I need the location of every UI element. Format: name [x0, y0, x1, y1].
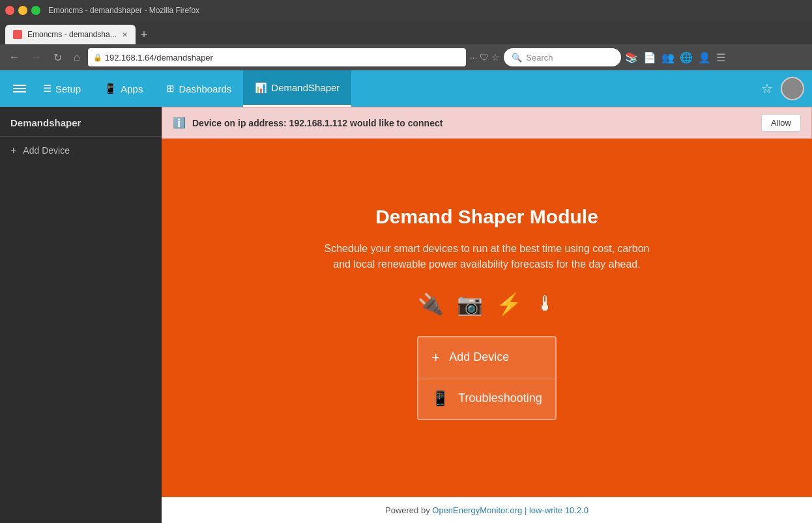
hero-icons: 🔌 📷 ⚡ 🌡 — [418, 292, 556, 317]
user-avatar[interactable] — [781, 77, 804, 100]
main-layout: Demandshaper + Add Device ℹ️ Device on i… — [0, 107, 812, 523]
setup-label: Setup — [55, 83, 81, 94]
security-icon: 🔒 — [93, 53, 102, 62]
url-text: 192.168.1.64/demandshaper — [105, 53, 213, 63]
search-placeholder: Search — [526, 53, 553, 63]
allow-button[interactable]: Allow — [761, 114, 801, 132]
powered-by-text: Powered by — [385, 505, 430, 515]
sidebar: Demandshaper + Add Device — [0, 107, 162, 523]
tab-favicon — [13, 30, 22, 39]
main-content: ℹ️ Device on ip address: 192.168.1.112 w… — [162, 107, 812, 523]
extensions-icon[interactable]: 📚 — [625, 51, 638, 64]
add-device-card-label: Add Device — [449, 350, 509, 364]
add-device-sidebar-item[interactable]: + Add Device — [0, 137, 162, 164]
thermometer-icon: 🌡 — [535, 292, 556, 316]
address-actions: ··· 🛡 ☆ — [470, 52, 500, 63]
alert-message-text: Device on ip address: 192.168.1.112 woul… — [192, 118, 442, 128]
new-tab-btn[interactable]: + — [136, 25, 153, 44]
active-tab[interactable]: Emoncms - demandsha... ✕ — [5, 25, 136, 44]
hero-title: Demand Shaper Module — [375, 206, 598, 228]
ev-charger-icon: ⚡ — [496, 292, 522, 317]
maximize-window-btn[interactable] — [31, 6, 40, 15]
alert-icon: ℹ️ — [173, 117, 186, 129]
dashboards-icon: ⊞ — [166, 83, 175, 94]
sidebar-title: Demandshaper — [0, 107, 162, 137]
demandshaper-label: DemandShaper — [271, 82, 340, 93]
back-btn[interactable]: ← — [5, 50, 23, 64]
alert-banner: ℹ️ Device on ip address: 192.168.1.112 w… — [162, 107, 812, 139]
footer-link[interactable]: OpenEnergyMonitor.org | low-write 10.2.0 — [432, 505, 588, 515]
nav-right: ☆ — [761, 77, 804, 100]
title-bar: Emoncms - demandshaper - Mozilla Firefox — [0, 0, 812, 21]
home-btn[interactable]: ⌂ — [70, 50, 84, 64]
dashboards-label: Dashboards — [179, 83, 231, 94]
page-wrapper: Emoncms - demandshaper - Mozilla Firefox… — [0, 0, 812, 523]
setup-icon: ☰ — [43, 83, 51, 94]
sync-icon[interactable]: 👥 — [661, 51, 674, 64]
search-box[interactable]: 🔍 Search — [504, 48, 621, 66]
alert-message: Device on ip address: 192.168.1.112 woul… — [192, 118, 755, 128]
window-controls — [5, 6, 40, 15]
favorite-btn[interactable]: ☆ — [761, 81, 773, 96]
address-input[interactable]: 🔒 192.168.1.64/demandshaper — [88, 48, 466, 66]
troubleshooting-icon: 📱 — [431, 390, 449, 407]
setup-nav-item[interactable]: ☰ Setup — [31, 70, 93, 107]
device-icon: 📷 — [457, 292, 483, 317]
bookmark-star-icon[interactable]: ☆ — [491, 52, 500, 63]
troubleshooting-card[interactable]: 📱 Troubleshooting — [418, 378, 555, 419]
add-device-card-icon: + — [431, 349, 440, 366]
demandshaper-icon: 📊 — [255, 82, 267, 94]
plus-icon: + — [10, 145, 16, 156]
app-nav: ☰ Setup 📱 Apps ⊞ Dashboards 📊 DemandShap… — [0, 70, 812, 107]
more-options-icon[interactable]: ··· — [470, 52, 478, 63]
close-window-btn[interactable] — [5, 6, 14, 15]
add-device-sidebar-label: Add Device — [23, 145, 70, 156]
forward-btn[interactable]: → — [27, 50, 46, 64]
demandshaper-nav-item[interactable]: 📊 DemandShaper — [243, 70, 351, 107]
main-nav: ☰ Setup 📱 Apps ⊞ Dashboards 📊 DemandShap… — [31, 70, 351, 107]
container-icon[interactable]: 🌐 — [680, 51, 693, 64]
window-title: Emoncms - demandshaper - Mozilla Firefox — [48, 6, 199, 15]
menu-icon[interactable]: ☰ — [716, 51, 725, 64]
dashboards-nav-item[interactable]: ⊞ Dashboards — [154, 70, 243, 107]
reader-view-icon[interactable]: 📄 — [643, 51, 656, 64]
address-bar: ← → ↻ ⌂ 🔒 192.168.1.64/demandshaper ··· … — [0, 44, 812, 70]
hero-section: Demand Shaper Module Schedule your smart… — [162, 139, 812, 497]
search-icon: 🔍 — [512, 53, 522, 63]
action-cards: + Add Device 📱 Troubleshooting — [417, 336, 556, 420]
apps-nav-item[interactable]: 📱 Apps — [93, 70, 154, 107]
profile-icon[interactable]: 👤 — [698, 51, 711, 64]
hero-subtitle: Schedule your smart devices to run at th… — [324, 241, 650, 272]
footer: Powered by OpenEnergyMonitor.org | low-w… — [162, 497, 812, 523]
browser-chrome: Emoncms - demandshaper - Mozilla Firefox… — [0, 0, 812, 70]
hamburger-menu[interactable] — [8, 79, 31, 98]
tab-bar: Emoncms - demandsha... ✕ + — [0, 21, 812, 44]
bookmark-shield-icon[interactable]: 🛡 — [480, 52, 489, 63]
tab-label: Emoncms - demandsha... — [27, 30, 117, 39]
add-device-card[interactable]: + Add Device — [418, 337, 555, 378]
apps-icon: 📱 — [104, 83, 117, 94]
plug-icon: 🔌 — [418, 292, 444, 317]
apps-label: Apps — [121, 83, 143, 94]
tab-close-btn[interactable]: ✕ — [122, 31, 128, 39]
troubleshooting-card-label: Troubleshooting — [458, 391, 542, 405]
minimize-window-btn[interactable] — [18, 6, 27, 15]
reload-btn[interactable]: ↻ — [50, 50, 66, 65]
toolbar-icons: 📚 📄 👥 🌐 👤 ☰ — [625, 51, 725, 64]
